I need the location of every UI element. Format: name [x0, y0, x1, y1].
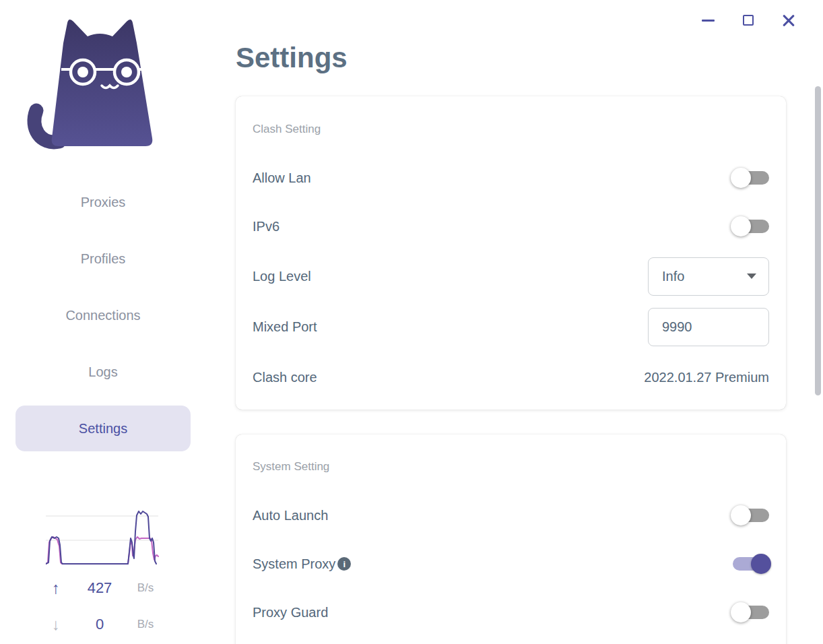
clash-setting-card: Clash Setting Allow Lan IPv6 Log Level I…	[236, 96, 786, 410]
clash-cat-logo	[27, 16, 160, 150]
download-rate-row: ↓ 0 B/s	[43, 614, 160, 635]
auto-launch-label: Auto Launch	[253, 508, 328, 523]
upload-arrow-icon: ↑	[43, 579, 69, 598]
proxy-guard-row: Proxy Guard	[253, 592, 769, 633]
toggle-knob	[731, 216, 751, 236]
proxy-guard-label: Proxy Guard	[253, 605, 328, 620]
ipv6-label: IPv6	[253, 219, 279, 234]
card-header: System Setting	[253, 460, 329, 474]
mixed-port-input[interactable]	[649, 319, 768, 335]
download-arrow-icon: ↓	[43, 615, 69, 634]
log-level-label: Log Level	[253, 269, 311, 284]
clash-core-row: Clash core 2022.01.27 Premium	[253, 357, 769, 397]
ipv6-toggle[interactable]	[733, 220, 769, 233]
mixed-port-field-box	[648, 308, 769, 346]
system-proxy-label: System Proxy	[253, 556, 335, 572]
sidebar-nav: Proxies Profiles Connections Logs Settin…	[15, 179, 191, 462]
clash-core-version: 2022.01.27 Premium	[644, 370, 769, 385]
auto-launch-row: Auto Launch	[253, 495, 769, 536]
chevron-down-icon	[747, 273, 756, 279]
close-button[interactable]	[779, 9, 799, 31]
proxy-guard-toggle[interactable]	[733, 606, 769, 619]
window-controls	[698, 9, 799, 31]
log-level-selected-value: Info	[662, 269, 684, 284]
scrollbar-thumb[interactable]	[815, 86, 821, 395]
toggle-knob	[751, 554, 771, 574]
log-level-select[interactable]: Info	[648, 257, 769, 296]
system-proxy-row: System Proxy i	[253, 544, 769, 584]
auto-launch-toggle[interactable]	[733, 509, 769, 522]
card-header: Clash Setting	[253, 123, 321, 136]
toggle-knob	[731, 602, 751, 622]
info-icon[interactable]: i	[337, 557, 351, 571]
toggle-knob	[731, 505, 751, 525]
page-title: Settings	[236, 42, 348, 74]
download-rate-value: 0	[69, 616, 131, 633]
sidebar-item-connections[interactable]: Connections	[15, 292, 191, 338]
minimize-icon	[702, 20, 715, 22]
allow-lan-row: Allow Lan	[253, 158, 769, 198]
download-rate-unit: B/s	[131, 618, 160, 631]
upload-rate-unit: B/s	[131, 581, 160, 595]
download-line	[46, 537, 158, 564]
sidebar-item-profiles[interactable]: Profiles	[15, 236, 191, 282]
upload-rate-value: 427	[69, 579, 131, 597]
clash-core-label: Clash core	[253, 370, 317, 385]
mixed-port-label: Mixed Port	[253, 319, 317, 335]
minimize-button[interactable]	[698, 9, 718, 31]
maximize-button[interactable]	[738, 9, 758, 31]
allow-lan-toggle[interactable]	[733, 171, 769, 185]
ipv6-row: IPv6	[253, 206, 769, 247]
log-level-row: Log Level Info	[253, 256, 769, 296]
mixed-port-row: Mixed Port	[253, 307, 769, 347]
maximize-icon	[743, 15, 754, 26]
sidebar-item-settings[interactable]: Settings	[15, 406, 191, 451]
system-proxy-toggle[interactable]	[733, 557, 769, 571]
cat-body	[52, 20, 153, 146]
sidebar-item-proxies[interactable]: Proxies	[15, 179, 191, 225]
allow-lan-label: Allow Lan	[253, 170, 311, 186]
upload-rate-row: ↑ 427 B/s	[43, 578, 160, 598]
toggle-knob	[731, 168, 751, 188]
upload-line	[46, 511, 156, 564]
system-setting-card: System Setting Auto Launch System Proxy …	[236, 434, 786, 644]
close-icon	[781, 13, 796, 28]
sidebar-item-logs[interactable]: Logs	[15, 349, 191, 395]
traffic-sparkline-chart	[46, 508, 159, 567]
